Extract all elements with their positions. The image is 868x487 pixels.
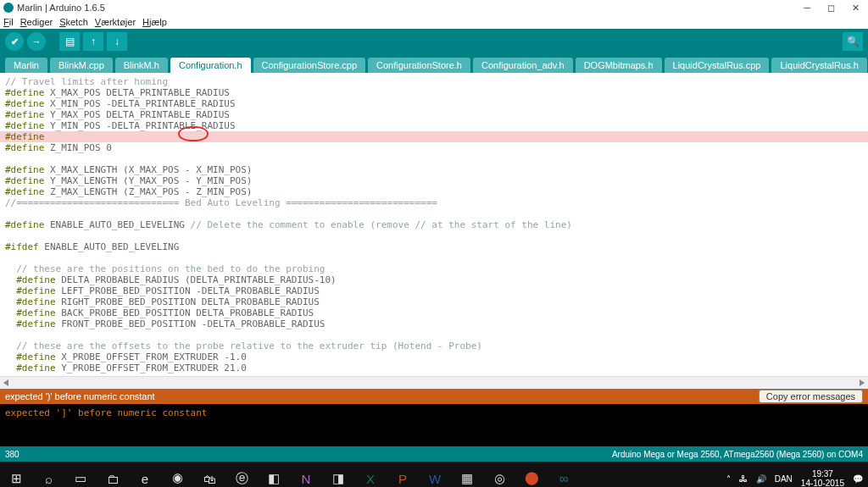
powerpoint-icon[interactable]: P [387, 462, 419, 487]
tray-volume-icon[interactable]: 🔊 [756, 474, 766, 484]
code-editor[interactable]: // Travel limits after homing#define X_M… [0, 73, 868, 376]
code-line[interactable]: #define Z_MIN_POS 0 [5, 142, 863, 153]
task-view-icon[interactable]: ▭ [64, 462, 97, 487]
menu-item-fil[interactable]: Fil [3, 17, 14, 27]
code-line[interactable]: #define X_MAX_LENGTH (X_MAX_POS - X_MIN_… [5, 164, 863, 175]
code-line[interactable] [5, 252, 863, 263]
tab-configuration-h[interactable]: Configuration.h [170, 58, 251, 73]
horizontal-scrollbar[interactable] [0, 376, 868, 389]
tab-configuration_adv-h[interactable]: Configuration_adv.h [473, 58, 573, 73]
code-line[interactable] [5, 153, 863, 164]
window-titlebar: Marlin | Arduino 1.6.5 ─ ◻ ✕ [0, 0, 868, 15]
code-line[interactable]: #define Y_MAX_POS DELTA_PRINTABLE_RADIUS [5, 109, 863, 120]
tab-configurationstore-h[interactable]: ConfigurationStore.h [368, 58, 470, 73]
code-line[interactable]: #define BACK_PROBE_BED_POSITION DELTA_PR… [5, 307, 863, 318]
tray-notifications-icon[interactable]: 💬 [853, 474, 863, 484]
app-icon[interactable]: ◧ [258, 462, 290, 487]
code-line[interactable]: #define Y_MIN_POS -DELTA_PRINTABLE_RADIU… [5, 120, 863, 131]
toolbar: ✔ → ▤ ↑ ↓ 🔍 [0, 29, 868, 54]
code-line[interactable]: #define X_MIN_POS -DELTA_PRINTABLE_RADIU… [5, 98, 863, 109]
code-line[interactable]: #define X_MAX_POS DELTA_PRINTABLE_RADIUS [5, 87, 863, 98]
arduino-logo-icon [3, 3, 14, 13]
verify-button[interactable]: ✔ [5, 32, 24, 51]
code-line[interactable]: #define ENABLE_AUTO_BED_LEVELING // Dele… [5, 219, 863, 230]
code-line[interactable]: #define Y_MAX_LENGTH (Y_MAX_POS - Y_MIN_… [5, 175, 863, 186]
edge-icon[interactable]: e [129, 462, 161, 487]
code-line[interactable]: #ifdef ENABLE_AUTO_BED_LEVELING [5, 241, 863, 252]
menu-item-hjælp[interactable]: Hjælp [142, 17, 167, 27]
code-line[interactable]: #define RIGHT_PROBE_BED_POSITION DELTA_P… [5, 296, 863, 307]
status-board-info: Arduino Mega or Mega 2560, ATmega2560 (M… [612, 450, 863, 459]
code-line[interactable]: #define FRONT_PROBE_BED_POSITION -DELTA_… [5, 318, 863, 329]
menu-item-sketch[interactable]: Sketch [59, 17, 88, 27]
app-icon[interactable]: ◨ [322, 462, 354, 487]
onenote-icon[interactable]: N [290, 462, 322, 487]
tab-marlin[interactable]: Marlin [5, 58, 47, 73]
code-line[interactable]: // these are the positions on the bed to… [5, 263, 863, 274]
annotation-circle [178, 126, 209, 141]
code-line[interactable]: #define DELTA_PROBABLE_RADIUS (DELTA_PRI… [5, 274, 863, 285]
close-button[interactable]: ✕ [852, 3, 860, 14]
serial-monitor-button[interactable]: 🔍 [843, 32, 863, 51]
new-button[interactable]: ▤ [59, 32, 80, 51]
tab-blinkm-h[interactable]: BlinkM.h [115, 58, 168, 73]
app-icon[interactable]: ▦ [451, 462, 483, 487]
arduino-taskbar-icon[interactable]: ∞ [548, 462, 580, 487]
excel-icon[interactable]: X [354, 462, 387, 487]
tab-dogmbitmaps-h[interactable]: DOGMbitmaps.h [576, 58, 662, 73]
error-summary: expected ')' before numeric constant [5, 391, 155, 401]
code-line[interactable]: #define LEFT_PROBE_BED_POSITION -DELTA_P… [5, 285, 863, 296]
tab-configurationstore-cpp[interactable]: ConfigurationStore.cpp [253, 58, 366, 73]
upload-button[interactable]: → [27, 32, 46, 51]
tray-clock[interactable]: 19:37 14-10-2015 [801, 469, 844, 487]
tray-chevron-icon[interactable]: ˄ [726, 474, 731, 484]
minimize-button[interactable]: ─ [804, 3, 810, 14]
tab-bar: MarlinBlinkM.cppBlinkM.hConfiguration.hC… [0, 54, 868, 73]
tab-liquidcrystalrus-h[interactable]: LiquidCrystalRus.h [771, 58, 866, 73]
app-icon[interactable]: ◎ [483, 462, 515, 487]
code-line[interactable]: #define Z_MAX_LENGTH (Z_MAX_POS - Z_MIN_… [5, 186, 863, 197]
app-icon[interactable]: ⬤ [515, 462, 548, 487]
maximize-button[interactable]: ◻ [827, 3, 835, 14]
menu-bar: FilRedigerSketchVærktøjerHjælp [0, 15, 868, 29]
code-line[interactable]: // these are the offsets to the probe re… [5, 340, 863, 351]
error-bar: expected ')' before numeric constant Cop… [0, 389, 868, 404]
file-explorer-icon[interactable]: 🗀 [97, 462, 129, 487]
status-line-number: 380 [5, 450, 19, 459]
console-output[interactable]: expected ']' before numeric constant [0, 404, 868, 446]
open-button[interactable]: ↑ [83, 32, 103, 51]
code-line[interactable]: //============================= Bed Auto… [5, 197, 863, 208]
code-line[interactable] [5, 208, 863, 219]
code-line[interactable] [5, 329, 863, 340]
menu-item-værktøjer[interactable]: Værktøjer [95, 17, 136, 27]
tab-liquidcrystalrus-cpp[interactable]: LiquidCrystalRus.cpp [665, 58, 770, 73]
code-line[interactable] [5, 230, 863, 241]
menu-item-rediger[interactable]: Rediger [20, 17, 53, 27]
code-line[interactable]: // Travel limits after homing [5, 76, 863, 87]
chrome-icon[interactable]: ◉ [161, 462, 193, 487]
store-icon[interactable]: 🛍 [193, 462, 225, 487]
tray-lang[interactable]: DAN [775, 474, 793, 484]
windows-taskbar: ⊞ ⌕ ▭ 🗀 e ◉ 🛍 ⓔ ◧ N ◨ X P W ▦ ◎ ⬤ ∞ ˄ 🖧 … [0, 462, 868, 487]
tray-network-icon[interactable]: 🖧 [739, 474, 748, 484]
search-icon[interactable]: ⌕ [32, 462, 64, 487]
console-line: expected ']' before numeric constant [5, 407, 863, 418]
window-title: Marlin | Arduino 1.6.5 [17, 3, 105, 13]
code-line[interactable]: #define Y_PROBE_OFFSET_FROM_EXTRUDER 21.… [5, 362, 863, 374]
tab-blinkm-cpp[interactable]: BlinkM.cpp [50, 58, 113, 73]
copy-error-button[interactable]: Copy error messages [759, 390, 863, 403]
start-button[interactable]: ⊞ [0, 462, 32, 487]
save-button[interactable]: ↓ [107, 32, 127, 51]
console-line [5, 418, 863, 429]
word-icon[interactable]: W [419, 462, 451, 487]
status-bar: 380 Arduino Mega or Mega 2560, ATmega256… [0, 446, 868, 462]
ie-icon[interactable]: ⓔ [225, 462, 258, 487]
code-line[interactable]: #define X_PROBE_OFFSET_FROM_EXTRUDER -1.… [5, 351, 863, 362]
